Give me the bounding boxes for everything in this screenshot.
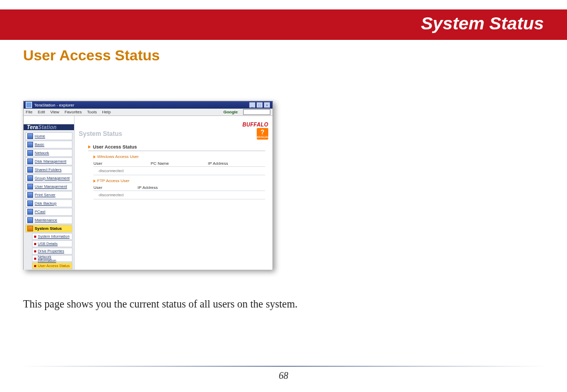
nav-group-management[interactable]: Group Management bbox=[25, 174, 72, 182]
triangle-icon bbox=[93, 179, 96, 183]
menu-tools[interactable]: Tools bbox=[87, 110, 97, 114]
nav-system-status[interactable]: System Status bbox=[25, 225, 72, 232]
menu-file[interactable]: File bbox=[26, 110, 33, 114]
windows-section-title: Windows Access User bbox=[93, 154, 265, 159]
description-text: This page shows you the current status o… bbox=[23, 298, 298, 310]
product-brand: TeraStation bbox=[24, 124, 74, 130]
manual-label: MANUAL bbox=[256, 135, 269, 139]
help-icon: ? bbox=[260, 129, 264, 135]
panel-header: User Access Status bbox=[88, 144, 265, 151]
banner-title: System Status bbox=[421, 13, 544, 34]
nav-user-management[interactable]: User Management bbox=[25, 183, 72, 190]
maximize-button[interactable]: □ bbox=[256, 102, 263, 108]
subnav-usb-details[interactable]: USB Details bbox=[32, 240, 72, 247]
ftp-access-section: FTP Access User User IP Address disconne… bbox=[93, 178, 265, 199]
manual-help-badge[interactable]: ? MANUAL bbox=[257, 128, 268, 140]
nav-basic[interactable]: Basic bbox=[25, 141, 72, 149]
windows-row-value: disconnected bbox=[93, 167, 265, 175]
col-user: User bbox=[93, 161, 151, 166]
minimize-button[interactable]: _ bbox=[249, 102, 256, 108]
browser-menubar: File Edit View Favorites Tools Help Goog… bbox=[24, 109, 272, 116]
ie-icon bbox=[26, 102, 32, 108]
subnav-system-information[interactable]: System Information bbox=[32, 233, 72, 240]
nav-list: Home Basic Network Disk Management Share… bbox=[24, 132, 74, 233]
col-user: User bbox=[93, 185, 138, 190]
subnav-list: System Information USB Details Drive Pro… bbox=[32, 233, 74, 270]
window-titlebar: TeraStation - explorer _ □ × bbox=[24, 101, 272, 109]
window-title: TeraStation - explorer bbox=[34, 103, 74, 108]
menu-favorites[interactable]: Favorites bbox=[65, 110, 82, 114]
google-toolbar-label: Google bbox=[223, 110, 238, 114]
ftp-column-headers: User IP Address bbox=[93, 185, 265, 191]
triangle-icon bbox=[88, 145, 91, 149]
left-sidebar: TeraStation Home Basic Network Disk Mana… bbox=[24, 116, 75, 270]
nav-network[interactable]: Network bbox=[25, 149, 72, 157]
menu-edit[interactable]: Edit bbox=[38, 110, 45, 114]
buffalo-logo: BUFFALO bbox=[243, 122, 268, 128]
embedded-screenshot: TeraStation - explorer _ □ × File Edit V… bbox=[23, 101, 273, 270]
menu-view[interactable]: View bbox=[50, 110, 59, 114]
page-banner: System Status bbox=[0, 9, 567, 40]
section-heading: User Access Status bbox=[23, 47, 160, 64]
nav-disk-backup[interactable]: Disk Backup bbox=[25, 199, 72, 207]
breadcrumb: System Status bbox=[79, 130, 122, 137]
subnav-user-access-status[interactable]: User Access Status bbox=[32, 262, 72, 269]
triangle-icon bbox=[93, 155, 96, 158]
nav-pcast[interactable]: PCast bbox=[25, 208, 72, 216]
col-ip: IP Address bbox=[208, 161, 265, 166]
windows-column-headers: User PC Name IP Address bbox=[93, 161, 265, 167]
ftp-section-title: FTP Access User bbox=[93, 178, 265, 183]
col-ip: IP Address bbox=[138, 185, 158, 190]
panel-title: User Access Status bbox=[93, 144, 137, 150]
nav-disk-management[interactable]: Disk Management bbox=[25, 157, 72, 165]
content-area: BUFFALO System Status ? MANUAL User Acce… bbox=[75, 116, 272, 270]
google-search-input[interactable] bbox=[243, 109, 270, 115]
close-button[interactable]: × bbox=[264, 102, 270, 108]
nav-home[interactable]: Home bbox=[25, 132, 72, 140]
ftp-row-value: disconnected bbox=[93, 191, 265, 199]
nav-maintenance[interactable]: Maintenance bbox=[25, 216, 72, 224]
brand-spacer bbox=[24, 116, 74, 124]
menu-help[interactable]: Help bbox=[102, 110, 110, 114]
subnav-drive-properties[interactable]: Drive Properties bbox=[32, 248, 72, 255]
nav-print-server[interactable]: Print Server bbox=[25, 191, 72, 199]
col-pcname: PC Name bbox=[151, 161, 208, 166]
subnav-network-information[interactable]: Network Information bbox=[32, 255, 72, 262]
windows-access-section: Windows Access User User PC Name IP Addr… bbox=[93, 154, 265, 175]
page-number: 68 bbox=[0, 370, 567, 382]
nav-shared-folders[interactable]: Shared Folders bbox=[25, 166, 72, 174]
footer-divider bbox=[21, 366, 546, 367]
panel: User Access Status Windows Access User U… bbox=[88, 144, 265, 203]
